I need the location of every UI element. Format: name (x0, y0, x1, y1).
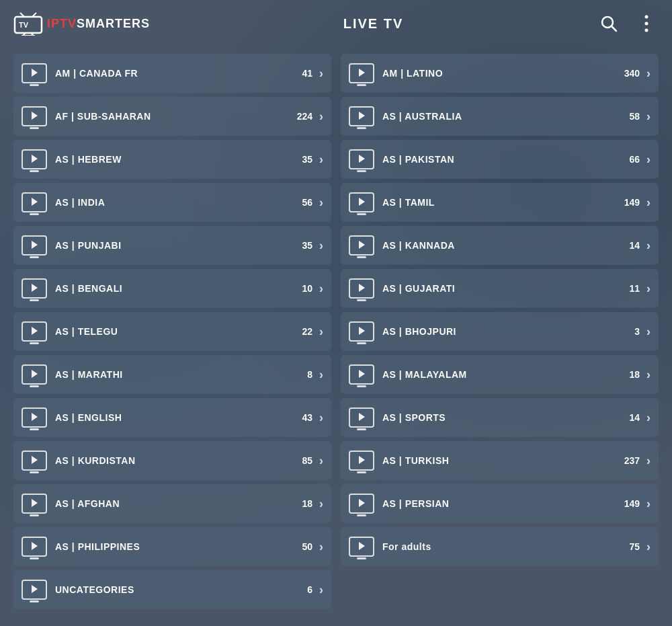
play-icon (359, 69, 365, 77)
chevron-right-icon: › (646, 454, 650, 468)
list-item[interactable]: AS | MALAYALAM 18 › (341, 355, 659, 394)
channel-count: 224 (292, 111, 312, 122)
channel-count: 41 (292, 68, 312, 79)
chevron-right-icon: › (319, 282, 323, 296)
list-item[interactable]: UNCATEGORIES 6 › (13, 570, 331, 609)
chevron-right-icon: › (646, 67, 650, 81)
play-icon (32, 69, 38, 77)
chevron-right-icon: › (319, 454, 323, 468)
chevron-right-icon: › (319, 196, 323, 210)
list-item[interactable]: AS | HEBREW 35 › (13, 140, 331, 179)
list-item[interactable]: AS | PUNJABI 35 › (13, 226, 331, 265)
channel-group-name: AS | TURKISH (382, 455, 620, 466)
list-item[interactable]: AS | INDIA 56 › (13, 183, 331, 222)
list-item[interactable]: AM | CANADA FR 41 › (13, 54, 331, 93)
chevron-right-icon: › (319, 67, 323, 81)
header-title: LIVE TV (343, 16, 404, 32)
play-icon (32, 370, 38, 378)
list-item[interactable]: AS | BHOJPURI 3 › (341, 312, 659, 351)
channel-group-name: AS | TAMIL (382, 197, 620, 208)
tv-icon (349, 494, 374, 514)
channel-count: 149 (620, 498, 640, 509)
tv-icon (349, 235, 374, 256)
tv-icon (22, 63, 47, 83)
list-item[interactable]: AS | AFGHAN 18 › (13, 484, 331, 523)
more-options-icon[interactable] (634, 11, 659, 36)
channel-group-name: AS | MALAYALAM (382, 369, 620, 380)
search-icon[interactable] (597, 11, 621, 36)
chevron-right-icon: › (319, 153, 323, 167)
channel-group-name: UNCATEGORIES (55, 584, 292, 595)
list-item[interactable]: AS | TELEGU 22 › (13, 312, 331, 351)
list-item[interactable]: AS | GUJARATI 11 › (341, 269, 659, 308)
tv-icon (22, 580, 47, 600)
chevron-right-icon: › (646, 540, 650, 554)
tv-icon (349, 149, 374, 169)
channel-count: 56 (292, 197, 312, 208)
logo-icon: TV (13, 11, 43, 36)
list-item[interactable]: AS | ENGLISH 43 › (13, 398, 331, 437)
channel-count: 43 (292, 412, 312, 423)
left-column: AM | CANADA FR 41 › AF | SUB-SAHARAN 224… (13, 54, 331, 609)
channel-group-name: AS | INDIA (55, 197, 292, 208)
play-icon (359, 112, 365, 120)
list-item[interactable]: AS | TAMIL 149 › (341, 183, 659, 222)
channel-count: 149 (620, 197, 640, 208)
chevron-right-icon: › (319, 540, 323, 554)
tv-icon (349, 106, 374, 126)
channel-count: 35 (292, 240, 312, 251)
chevron-right-icon: › (319, 239, 323, 253)
list-item[interactable]: AS | PAKISTAN 66 › (341, 140, 659, 179)
channel-count: 18 (292, 498, 312, 509)
list-item[interactable]: AS | BENGALI 10 › (13, 269, 331, 308)
chevron-right-icon: › (646, 239, 650, 253)
play-icon (359, 241, 365, 249)
list-item[interactable]: For adults 75 › (341, 527, 659, 566)
list-item[interactable]: AS | AUSTRALIA 58 › (341, 97, 659, 136)
chevron-right-icon: › (646, 411, 650, 425)
play-icon (359, 499, 365, 507)
list-item[interactable]: AF | SUB-SAHARAN 224 › (13, 97, 331, 136)
channel-count: 85 (292, 455, 312, 466)
list-item[interactable]: AS | MARATHI 8 › (13, 355, 331, 394)
list-item[interactable]: AS | TURKISH 237 › (341, 441, 659, 480)
header: TV IPTVSMARTERS LIVE TV (0, 0, 672, 47)
chevron-right-icon: › (646, 153, 650, 167)
play-icon (32, 456, 38, 464)
play-icon (359, 542, 365, 550)
list-item[interactable]: AM | LATINO 340 › (341, 54, 659, 93)
list-item[interactable]: AS | SPORTS 14 › (341, 398, 659, 437)
play-icon (32, 542, 38, 550)
tv-icon (349, 364, 374, 385)
channel-group-name: AS | TELEGU (55, 326, 292, 337)
tv-icon (22, 106, 47, 126)
play-icon (32, 112, 38, 120)
play-icon (32, 585, 38, 593)
play-icon (32, 327, 38, 335)
chevron-right-icon: › (646, 325, 650, 339)
tv-icon (22, 494, 47, 514)
list-item[interactable]: AS | PHILIPPINES 50 › (13, 527, 331, 566)
list-item[interactable]: AS | KURDISTAN 85 › (13, 441, 331, 480)
channel-count: 75 (620, 541, 640, 552)
play-icon (359, 198, 365, 206)
channel-group-name: AS | PAKISTAN (382, 154, 620, 165)
list-item[interactable]: AS | KANNADA 14 › (341, 226, 659, 265)
play-icon (359, 155, 365, 163)
chevron-right-icon: › (319, 411, 323, 425)
channel-group-name: AS | ENGLISH (55, 412, 292, 423)
channel-count: 14 (620, 240, 640, 251)
tv-icon (22, 235, 47, 256)
tv-icon (22, 321, 47, 342)
channel-group-name: AS | HEBREW (55, 154, 292, 165)
tv-icon (349, 63, 374, 83)
right-column: AM | LATINO 340 › AS | AUSTRALIA 58 › AS… (341, 54, 659, 609)
tv-icon (22, 192, 47, 212)
channel-count: 22 (292, 326, 312, 337)
channel-group-name: For adults (382, 541, 620, 552)
list-item[interactable]: AS | PERSIAN 149 › (341, 484, 659, 523)
header-icons (597, 11, 659, 36)
chevron-right-icon: › (319, 325, 323, 339)
chevron-right-icon: › (646, 196, 650, 210)
chevron-right-icon: › (646, 368, 650, 382)
